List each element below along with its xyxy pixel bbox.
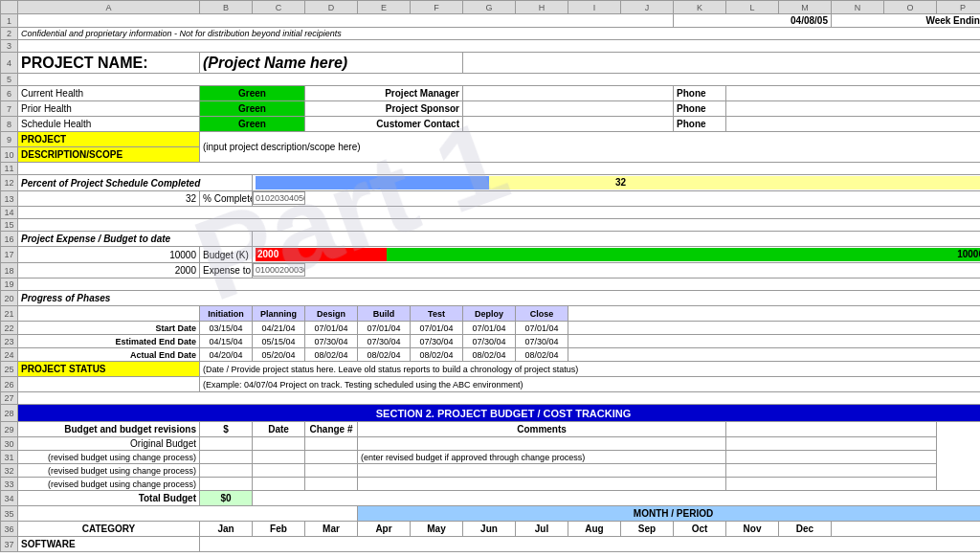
revised3-date[interactable] [253, 478, 305, 491]
project-name-value[interactable]: (Project Name here) [200, 53, 463, 74]
schedule-health-value[interactable]: Green [200, 117, 305, 132]
row-2: 2 [1, 28, 18, 40]
current-health-label: Current Health [18, 86, 200, 101]
phone-label-1: Phone [674, 86, 726, 101]
expense-k-label: Expense to date (K) [200, 263, 253, 278]
project-sponsor-value[interactable] [463, 101, 674, 117]
row-11: 11 [1, 163, 18, 175]
est-planning[interactable]: 05/15/04 [253, 335, 305, 348]
confidential-text: Confidential and proprietary information… [18, 28, 981, 40]
original-budget-date[interactable] [253, 437, 305, 451]
project-description-value[interactable]: (input project description/scope here) [200, 132, 981, 163]
phase-deploy: Deploy [463, 306, 516, 322]
software-label: SOFTWARE [18, 537, 200, 552]
row-22: 22 [1, 322, 18, 335]
total-budget-value[interactable]: $0 [200, 491, 253, 506]
change-label: Change # [305, 422, 358, 437]
row-37: 37 [1, 537, 18, 552]
original-budget-change[interactable] [305, 437, 358, 451]
week-ending: Week Ending [832, 14, 981, 28]
percent-value: 32 [18, 191, 200, 207]
row-19: 19 [1, 278, 18, 291]
est-design[interactable]: 07/30/04 [305, 335, 358, 348]
project-description-title-1: PROJECT [18, 132, 200, 147]
schedule-bar: 32 [256, 176, 980, 189]
project-name-label: PROJECT NAME: [18, 53, 200, 74]
revised1-comments[interactable]: (enter revised budget if approved throug… [358, 451, 726, 464]
dollar-label: $ [200, 422, 253, 437]
row-31: 31 [1, 451, 18, 464]
start-initiation[interactable]: 03/15/04 [200, 322, 253, 335]
revised2-change[interactable] [305, 464, 358, 478]
phone-value-3[interactable] [726, 117, 981, 132]
start-design[interactable]: 07/01/04 [305, 322, 358, 335]
actual-design[interactable]: 08/02/04 [305, 348, 358, 362]
project-description-title-2: DESCRIPTION/SCOPE [18, 147, 200, 163]
project-manager-value[interactable] [463, 86, 674, 101]
phone-value-2[interactable] [726, 101, 981, 117]
month-feb: Feb [253, 522, 305, 537]
est-build[interactable]: 07/30/04 [358, 335, 411, 348]
actual-initiation[interactable]: 04/20/04 [200, 348, 253, 362]
current-health-value[interactable]: Green [200, 86, 305, 101]
row-12: 12 [1, 175, 18, 191]
date-col-label: Date [253, 422, 305, 437]
start-date-label: Start Date [18, 322, 200, 335]
comments-label: Comments [358, 422, 726, 437]
row-21: 21 [1, 306, 18, 322]
actual-planning[interactable]: 05/20/04 [253, 348, 305, 362]
revised3-dollar[interactable] [200, 478, 253, 491]
revised1-date[interactable] [253, 451, 305, 464]
row-32: 32 [1, 464, 18, 478]
original-budget-comments[interactable] [358, 437, 726, 451]
start-build[interactable]: 07/01/04 [358, 322, 411, 335]
month-dec: Dec [779, 522, 832, 537]
project-status-line1[interactable]: (Date / Provide project status here. Lea… [200, 362, 981, 377]
actual-end-label: Actual End Date [18, 348, 200, 362]
revised2-dollar[interactable] [200, 464, 253, 478]
row-36: 36 [1, 522, 18, 537]
row-26: 26 [1, 377, 18, 392]
phone-label-3: Phone [674, 117, 726, 132]
est-test[interactable]: 07/30/04 [411, 335, 463, 348]
category-label: CATEGORY [18, 522, 200, 537]
start-planning[interactable]: 04/21/04 [253, 322, 305, 335]
start-test[interactable]: 07/01/04 [411, 322, 463, 335]
row-16: 16 [1, 232, 18, 247]
row-20: 20 [1, 291, 18, 306]
budget-k-label: Budget (K) [200, 247, 253, 263]
budget-revisions-label: Budget and budget revisions [18, 422, 200, 437]
project-status-label: PROJECT STATUS [18, 362, 200, 377]
phone-value-1[interactable] [726, 86, 981, 101]
row-14: 14 [1, 207, 18, 219]
revised2-comments[interactable] [358, 464, 726, 478]
actual-close[interactable]: 08/02/04 [516, 348, 568, 362]
start-deploy[interactable]: 07/01/04 [463, 322, 516, 335]
revised2-date[interactable] [253, 464, 305, 478]
actual-build[interactable]: 08/02/04 [358, 348, 411, 362]
row-9: 9 [1, 132, 18, 147]
row-27: 27 [1, 392, 18, 405]
revised3-change[interactable] [305, 478, 358, 491]
customer-contact-value[interactable] [463, 117, 674, 132]
est-initiation[interactable]: 04/15/04 [200, 335, 253, 348]
month-may: May [411, 522, 463, 537]
project-status-line2[interactable]: (Example: 04/07/04 Project on track. Tes… [200, 377, 981, 392]
start-close[interactable]: 07/01/04 [516, 322, 568, 335]
budget-bar-value: 10000 [957, 248, 980, 261]
row-29: 29 [1, 422, 18, 437]
row-35: 35 [1, 506, 18, 522]
prior-health-value[interactable]: Green [200, 101, 305, 117]
revised3-label: (revised budget using change process) [18, 478, 200, 491]
original-budget-dollar[interactable] [200, 437, 253, 451]
est-close[interactable]: 07/30/04 [516, 335, 568, 348]
revised1-change[interactable] [305, 451, 358, 464]
revised1-dollar[interactable] [200, 451, 253, 464]
actual-deploy[interactable]: 08/02/04 [463, 348, 516, 362]
revised1-label: (revised budget using change process) [18, 451, 200, 464]
phase-build: Build [358, 306, 411, 322]
actual-test[interactable]: 08/02/04 [411, 348, 463, 362]
revised3-comments[interactable] [358, 478, 726, 491]
revised2-label: (revised budget using change process) [18, 464, 200, 478]
est-deploy[interactable]: 07/30/04 [463, 335, 516, 348]
